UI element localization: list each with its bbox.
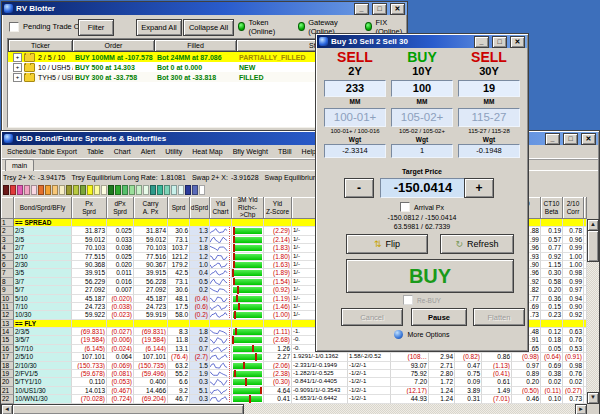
- price-display[interactable]: 105-02+: [391, 108, 453, 127]
- spread-column-header[interactable]: dSprd: [190, 197, 210, 219]
- flatten-button[interactable]: Flatten: [473, 308, 525, 326]
- decrement-button[interactable]: -: [344, 178, 374, 198]
- palette-swatch[interactable]: [17, 185, 23, 195]
- spread-column-header[interactable]: Bond/Sprd/BFly: [14, 197, 72, 219]
- palette-swatch[interactable]: [87, 185, 93, 195]
- wgt-input[interactable]: -2.3314: [324, 144, 386, 158]
- wgt-input[interactable]: -0.1948: [458, 144, 520, 158]
- horizontal-scrollbar[interactable]: ◄ ►: [1, 404, 587, 414]
- palette-swatch[interactable]: [59, 185, 65, 195]
- palette-swatch[interactable]: [45, 185, 51, 195]
- spread-row-2/10/30[interactable]: 182/10/30(150.733)(0.069)(150.735)63.21.…: [1, 362, 587, 370]
- spread-column-header[interactable]: Sprd: [168, 197, 190, 219]
- expand-icon[interactable]: +: [13, 63, 22, 72]
- palette-swatch[interactable]: [24, 185, 30, 195]
- spread-row-10/US1/30[interactable]: 2110/US1/3014.013(0.467)14.4669.25.14.64…: [1, 387, 587, 395]
- scroll-down-button[interactable]: ▼: [587, 392, 599, 404]
- menu-item-utility[interactable]: Utility: [160, 148, 187, 155]
- blotter-titlebar[interactable]: RV Blotter _ □ ✕: [2, 2, 407, 15]
- close-button[interactable]: ✕: [390, 3, 405, 15]
- menu-item-chart[interactable]: Chart: [109, 148, 136, 155]
- blotter-column-header[interactable]: Order: [73, 39, 155, 52]
- target-price-input[interactable]: -150.0414: [380, 178, 466, 198]
- qty-input[interactable]: 233: [324, 80, 386, 97]
- spread-row-2/FV1/5[interactable]: 192/FV1/5(59.678)(0.081)(59.496)55.21.9(…: [1, 370, 587, 378]
- qty-input[interactable]: 19: [458, 80, 520, 97]
- spread-column-header[interactable]: YldChart: [210, 197, 232, 219]
- qty-input[interactable]: 100: [391, 80, 453, 97]
- palette-swatch[interactable]: [101, 185, 107, 195]
- horizontal-scroll-thumb[interactable]: [12, 404, 244, 414]
- palette-swatch[interactable]: [178, 185, 184, 195]
- spreads-maximize-button[interactable]: □: [563, 133, 578, 145]
- palette-swatch[interactable]: [136, 185, 142, 195]
- spread-column-header[interactable]: CT10Beta: [541, 197, 563, 219]
- spread-column-header[interactable]: CarryA. Px: [134, 197, 168, 219]
- price-display[interactable]: 115-27: [458, 108, 520, 127]
- blotter-column-header[interactable]: Filled: [155, 39, 237, 52]
- menu-item-table[interactable]: Table: [82, 148, 109, 155]
- palette-swatch[interactable]: [129, 185, 135, 195]
- filter-button[interactable]: Filter: [78, 19, 114, 36]
- menu-item-alert[interactable]: Alert: [136, 148, 160, 155]
- menu-item-tbill[interactable]: TBill: [273, 148, 297, 155]
- palette-swatch[interactable]: [122, 185, 128, 195]
- price-display[interactable]: 100-01+: [324, 108, 386, 127]
- palette-swatch[interactable]: [185, 185, 191, 195]
- menu-item-bfly-weight[interactable]: Bfly Weight: [228, 148, 273, 155]
- spreads-close-button[interactable]: ✕: [581, 133, 596, 145]
- palette-swatch[interactable]: [157, 185, 163, 195]
- spread-column-header[interactable]: YldZ-Score: [264, 197, 292, 219]
- expand-icon[interactable]: +: [13, 73, 22, 82]
- refresh-button[interactable]: ↻ Refresh: [440, 234, 514, 254]
- blotter-column-header[interactable]: Ticker: [8, 39, 73, 52]
- spread-row-10/WN1/30[interactable]: 2210/WN1/30(70.028)(0.724)(69.204)46.70.…: [1, 395, 587, 403]
- spread-column-header[interactable]: 3M YldRich<->Chp: [232, 197, 264, 219]
- cancel-button[interactable]: Cancel: [341, 308, 403, 326]
- pause-button[interactable]: Pause: [411, 308, 467, 326]
- palette-swatch[interactable]: [164, 185, 170, 195]
- ticket-minimize-button[interactable]: _: [474, 36, 489, 48]
- maximize-button[interactable]: □: [372, 3, 387, 15]
- ticket-titlebar[interactable]: Buy 10 Sell 2 Sell 30 _ □ ✕: [317, 35, 527, 48]
- flip-button[interactable]: ⇅ Flip: [346, 234, 428, 254]
- arrival-px-checkbox[interactable]: [400, 202, 410, 212]
- spread-column-header[interactable]: PxSprd: [72, 197, 107, 219]
- palette-swatch[interactable]: [150, 185, 156, 195]
- vertical-scroll-thumb[interactable]: [587, 230, 599, 262]
- ticket-maximize-button[interactable]: □: [492, 36, 507, 48]
- ticket-close-button[interactable]: ✕: [510, 36, 525, 48]
- expand-all-button[interactable]: Expand All: [136, 19, 182, 36]
- buy-button[interactable]: BUY: [346, 259, 514, 293]
- spread-column-header[interactable]: [584, 197, 587, 219]
- menu-item-heat-map[interactable]: Heat Map: [187, 148, 227, 155]
- more-options-button[interactable]: More Options: [316, 330, 528, 339]
- menu-item-schedule-table-export[interactable]: Schedule Table Export: [2, 148, 82, 155]
- expand-icon[interactable]: +: [13, 53, 22, 62]
- palette-swatch[interactable]: [192, 185, 198, 195]
- collapse-all-button[interactable]: Collapse All: [183, 19, 234, 36]
- palette-swatch[interactable]: [80, 185, 86, 195]
- pending-trade-checkbox[interactable]: [9, 22, 19, 32]
- palette-swatch[interactable]: [108, 185, 114, 195]
- spread-row-5/TY1/10[interactable]: 205/TY1/100.110(0.053)0.4006.60.3(0.30)-…: [1, 378, 587, 386]
- spread-row-2/5/10[interactable]: 172/5/10107.1010.064107.101(76.4)(2.7)2.…: [1, 353, 587, 361]
- palette-swatch[interactable]: [52, 185, 58, 195]
- palette-swatch[interactable]: [73, 185, 79, 195]
- palette-swatch[interactable]: [38, 185, 44, 195]
- palette-swatch[interactable]: [10, 185, 16, 195]
- palette-swatch[interactable]: [171, 185, 177, 195]
- wgt-input[interactable]: 1: [391, 144, 453, 158]
- increment-button[interactable]: +: [464, 178, 494, 198]
- palette-swatch[interactable]: [31, 185, 37, 195]
- spread-column-header[interactable]: dPxSprd: [107, 197, 134, 219]
- spread-column-header[interactable]: 2/10Corr: [563, 197, 584, 219]
- palette-swatch[interactable]: [66, 185, 72, 195]
- palette-swatch[interactable]: [199, 185, 205, 195]
- palette-swatch[interactable]: [143, 185, 149, 195]
- spreads-minimize-button[interactable]: _: [545, 133, 560, 145]
- vertical-scrollbar[interactable]: ▲ ▼: [587, 219, 599, 404]
- spread-column-header[interactable]: [1, 197, 14, 219]
- minimize-button[interactable]: _: [354, 3, 369, 15]
- scroll-right-button[interactable]: ►: [575, 404, 587, 414]
